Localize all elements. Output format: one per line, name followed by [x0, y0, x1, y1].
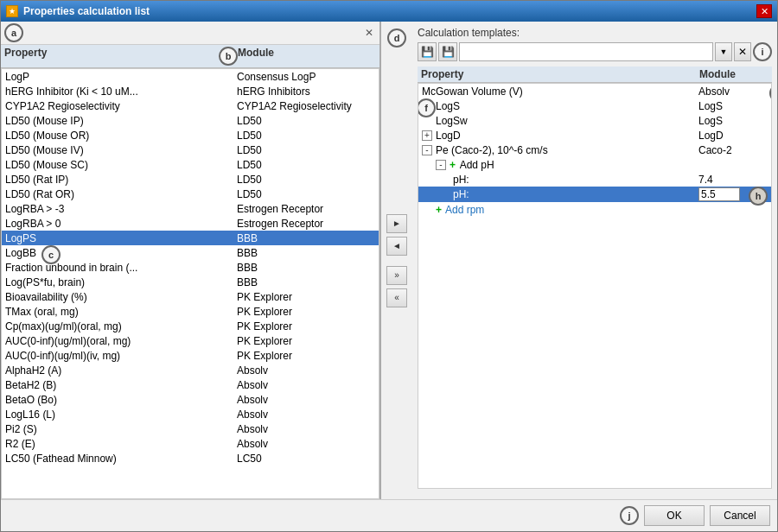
right-col-header: Property Module: [418, 66, 772, 83]
left-module-header: Module: [238, 47, 376, 66]
remove-all-button[interactable]: «: [386, 288, 407, 307]
close-button[interactable]: ✕: [756, 4, 772, 18]
list-item[interactable]: LD50 (Rat IP) LD50: [2, 172, 379, 187]
add-right-button[interactable]: ►: [386, 214, 407, 233]
bottom-bar: j OK Cancel: [1, 499, 777, 531]
right-item-logs[interactable]: + LogS LogS f: [418, 98, 771, 113]
ph-input[interactable]: [698, 187, 740, 201]
list-item[interactable]: Cp(max)(ug/ml)(oral, mg) PK Explorer: [2, 319, 379, 333]
circle-f: f: [418, 98, 436, 117]
circle-i: i: [753, 42, 772, 61]
add-all-button[interactable]: »: [386, 266, 407, 285]
ph-row-55[interactable]: pH: h: [418, 187, 771, 202]
right-item-logd[interactable]: + LogD LogD: [418, 128, 771, 142]
calc-templates-label: Calculation templates:: [418, 27, 520, 39]
template-dropdown-button[interactable]: ▼: [715, 42, 732, 61]
remove-left-button[interactable]: ◄: [386, 237, 407, 256]
list-item[interactable]: AlphaH2 (A) Absolv: [2, 363, 379, 377]
list-item[interactable]: Pi2 (S) Absolv: [2, 421, 379, 436]
right-panel: Calculation templates: 💾 💾 ▼ ✕ i Propert…: [412, 22, 777, 499]
window-icon: ★: [6, 5, 18, 17]
right-item-mcgowan[interactable]: McGowan Volume (V) Absolv e: [418, 84, 771, 98]
circle-b: b: [219, 47, 238, 66]
list-item[interactable]: LogP Consensus LogP: [2, 69, 379, 84]
list-item[interactable]: TMax (oral, mg) PK Explorer: [2, 304, 379, 319]
right-item-add-ph[interactable]: - + Add pH g: [418, 157, 771, 172]
ok-button[interactable]: OK: [644, 505, 705, 526]
right-list[interactable]: McGowan Volume (V) Absolv e + LogS LogS …: [418, 83, 772, 489]
left-close-button[interactable]: ✕: [362, 26, 376, 40]
template-clear-button[interactable]: ✕: [734, 42, 751, 61]
list-item[interactable]: Bioavailability (%) PK Explorer: [2, 289, 379, 304]
right-item-pecaco2[interactable]: - Pe (Caco-2), 10^-6 cm/s Caco-2: [418, 142, 771, 157]
right-item-add-rpm[interactable]: + Add rpm: [418, 202, 771, 217]
list-item[interactable]: LD50 (Mouse IV) LD50: [2, 142, 379, 157]
right-module-header: Module: [699, 68, 768, 80]
list-item[interactable]: LC50 (Fathead Minnow) LC50: [2, 451, 379, 466]
list-item[interactable]: CYP1A2 Regioselectivity CYP1A2 Regiosele…: [2, 98, 379, 113]
circle-c: c: [41, 245, 61, 264]
list-item[interactable]: Log(PS*fu, brain) BBB: [2, 275, 379, 289]
main-content: a ✕ Property b Module LogP Consensus Log…: [1, 22, 777, 499]
window-title: Properties calculation list: [23, 5, 150, 17]
left-list[interactable]: LogP Consensus LogP hERG Inhibitor (Ki <…: [1, 68, 379, 499]
left-header: a ✕: [1, 22, 379, 45]
list-item[interactable]: Fraction unbound in brain (... BBB: [2, 260, 379, 275]
circle-a: a: [4, 23, 23, 42]
list-item[interactable]: LD50 (Mouse IP) LD50: [2, 113, 379, 128]
list-item[interactable]: LogRBA > -3 Estrogen Receptor: [2, 201, 379, 216]
left-panel: a ✕ Property b Module LogP Consensus Log…: [1, 22, 381, 499]
templates-toolbar: 💾 💾 ▼ ✕ i: [418, 42, 772, 61]
list-item[interactable]: AUC(0-inf)(ug/ml)(oral, mg) PK Explorer: [2, 333, 379, 348]
cancel-button[interactable]: Cancel: [710, 505, 770, 526]
left-property-header: Property: [4, 47, 219, 66]
list-item[interactable]: BetaO (Bo) Absolv: [2, 392, 379, 407]
list-item[interactable]: LogBB BBB c: [2, 245, 379, 260]
main-window: ★ Properties calculation list ✕ a ✕ Prop…: [0, 0, 778, 532]
list-item[interactable]: LD50 (Rat OR) LD50: [2, 187, 379, 201]
logd-expand-button[interactable]: +: [422, 130, 432, 141]
list-item[interactable]: LD50 (Mouse OR) LD50: [2, 128, 379, 142]
pecaco2-expand-button[interactable]: -: [422, 145, 432, 155]
template-name-input[interactable]: [459, 42, 713, 61]
list-item[interactable]: LogL16 (L) Absolv: [2, 407, 379, 421]
list-item[interactable]: R2 (E) Absolv: [2, 436, 379, 451]
list-item[interactable]: hERG Inhibitor (Ki < 10 uM... hERG Inhib…: [2, 84, 379, 98]
circle-h: h: [749, 187, 768, 206]
list-item[interactable]: AUC(0-inf)(ug/ml)(iv, mg) PK Explorer: [2, 348, 379, 363]
list-item-logps[interactable]: LogPS BBB: [2, 231, 379, 245]
title-bar: ★ Properties calculation list ✕: [1, 1, 777, 22]
circle-d: d: [387, 28, 406, 48]
list-item[interactable]: BetaH2 (B) Absolv: [2, 377, 379, 392]
circle-j: j: [620, 506, 639, 525]
right-property-header: Property: [421, 68, 699, 80]
save-as-template-button[interactable]: 💾: [438, 42, 457, 61]
ph-row-74[interactable]: pH: 7.4: [418, 172, 771, 187]
left-col-header: Property b Module: [1, 45, 379, 68]
list-item[interactable]: LogRBA > 0 Estrogen Receptor: [2, 216, 379, 231]
add-ph-expand-button[interactable]: -: [436, 160, 446, 170]
list-item[interactable]: LD50 (Mouse SC) LD50: [2, 157, 379, 172]
right-item-logsw[interactable]: LogSw LogS: [418, 113, 771, 128]
save-template-button[interactable]: 💾: [418, 42, 437, 61]
